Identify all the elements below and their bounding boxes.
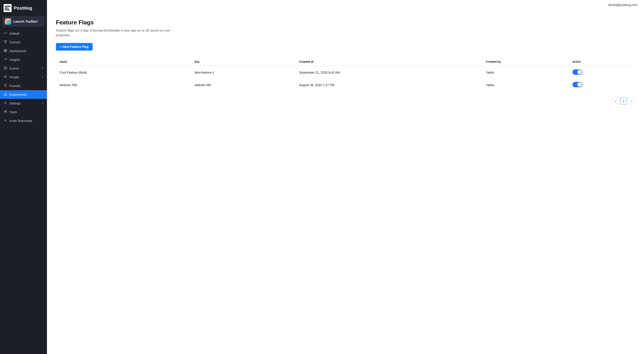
chevron-down-icon: ▾ <box>42 76 44 79</box>
toggle-knob <box>577 70 582 74</box>
sidebar-item-dashboards[interactable]: Dashboards <box>0 47 47 55</box>
svg-point-21 <box>6 111 7 111</box>
svg-point-19 <box>5 103 6 104</box>
sidebar-item-team[interactable]: Team <box>0 108 47 116</box>
pagination-next[interactable]: > <box>628 98 635 105</box>
sidebar-item-settings[interactable]: Settings ▾ <box>0 99 47 108</box>
cell-created-at: September 21, 2020 8:42 AM <box>296 66 482 79</box>
sidebar-item-funnels[interactable]: Funnels <box>0 38 47 47</box>
cell-key: beta-feature-1 <box>191 66 296 79</box>
sidebar-nav: Default Funnels Dashboards Insights <box>0 29 47 354</box>
cell-active <box>569 66 635 79</box>
sidebar-item-insights[interactable]: Insights <box>0 55 47 64</box>
col-key: key <box>191 57 296 66</box>
launch-toolbar-button[interactable]: Launch Toolbar! <box>2 16 45 27</box>
new-feature-flag-button[interactable]: + New Feature Flag <box>56 43 92 51</box>
users-icon <box>4 110 7 114</box>
gear-icon <box>4 101 7 105</box>
sidebar-item-experiments[interactable]: Experiments <box>0 90 47 99</box>
sidebar-item-team-label: Team <box>10 110 17 114</box>
col-created-at: Created at <box>296 57 482 66</box>
funnel-icon <box>4 84 7 88</box>
sidebar-item-funnels2[interactable]: Funnels <box>0 82 47 90</box>
trending-up-icon <box>4 58 7 62</box>
svg-rect-10 <box>4 51 5 52</box>
launch-toolbar-icon <box>5 18 11 25</box>
cell-created-by: Yakko <box>482 79 569 91</box>
chart-line-icon <box>4 32 7 35</box>
sidebar-item-people-label: People <box>10 75 19 79</box>
feature-flags-table: name key Created at Created by active Co… <box>56 57 635 91</box>
svg-marker-7 <box>4 41 7 43</box>
app-name: PostHog <box>14 6 32 11</box>
svg-rect-11 <box>6 51 7 52</box>
svg-rect-8 <box>4 49 5 50</box>
svg-rect-12 <box>4 67 7 69</box>
active-toggle-1[interactable] <box>572 82 582 87</box>
filter-icon <box>4 40 7 44</box>
page-content: Feature Flags Feature flags are a way of… <box>47 10 644 354</box>
chevron-down-icon: ▾ <box>42 67 44 70</box>
beaker-icon <box>4 93 7 97</box>
svg-point-5 <box>8 20 10 21</box>
cell-name: Website Title <box>56 79 191 91</box>
user-email: demo@posthog.com <box>608 3 637 7</box>
pagination: < 1 > <box>56 98 635 105</box>
sidebar-item-funnels2-label: Funnels <box>10 84 20 88</box>
main-content: demo@posthog.com Feature Flags Feature f… <box>47 0 644 354</box>
sidebar-item-default-label: Default <box>10 32 19 35</box>
svg-point-20 <box>4 111 6 112</box>
sidebar-item-experiments-label: Experiments <box>10 93 27 97</box>
cell-name: Cool Feature (Beta) <box>56 66 191 79</box>
sidebar-item-invite-label: Invite Teammate <box>10 119 32 123</box>
sidebar-item-settings-label: Settings <box>10 102 21 105</box>
cell-key: website-title <box>191 79 296 91</box>
svg-rect-1 <box>4 6 11 7</box>
sidebar: PostHog Launch Toolbar! Default Funnels <box>0 0 47 354</box>
svg-rect-3 <box>4 10 10 10</box>
svg-point-6 <box>8 22 10 23</box>
cell-created-by: Yakko <box>482 66 569 79</box>
svg-point-4 <box>6 21 8 22</box>
sidebar-item-people[interactable]: People ▾ <box>0 73 47 82</box>
sidebar-item-invite[interactable]: Invite Teammate <box>0 116 47 125</box>
user-icon <box>4 75 7 79</box>
page-description: Feature flags are a way of turning funct… <box>56 28 172 38</box>
chevron-down-icon: ▾ <box>42 102 44 105</box>
col-active: active <box>569 57 635 66</box>
app-logo[interactable]: PostHog <box>0 0 47 16</box>
sidebar-item-dashboards-label: Dashboards <box>10 49 26 53</box>
topbar: demo@posthog.com <box>47 0 644 10</box>
grid-icon <box>4 49 7 53</box>
cell-active <box>569 79 635 91</box>
toggle-knob <box>577 82 582 87</box>
sidebar-item-default[interactable]: Default <box>0 29 47 38</box>
pagination-page-1[interactable]: 1 <box>620 98 627 105</box>
plus-icon <box>4 119 7 123</box>
sidebar-item-funnels-label: Funnels <box>10 41 20 44</box>
svg-rect-2 <box>4 8 9 9</box>
posthog-logo-icon <box>4 4 12 12</box>
svg-rect-9 <box>6 49 7 50</box>
pagination-prev[interactable]: < <box>612 98 619 105</box>
col-created-by: Created by <box>482 57 569 66</box>
calendar-icon <box>4 67 7 70</box>
svg-marker-17 <box>4 84 6 87</box>
page-title: Feature Flags <box>56 19 635 26</box>
table-row[interactable]: Cool Feature (Beta) beta-feature-1 Septe… <box>56 66 635 79</box>
sidebar-item-insights-label: Insights <box>10 58 20 62</box>
cell-created-at: August 26, 2020 1:27 PM <box>296 79 482 91</box>
table-row[interactable]: Website Title website-title August 26, 2… <box>56 79 635 91</box>
sidebar-item-events-label: Events <box>10 67 19 70</box>
sidebar-item-events[interactable]: Events ▾ <box>0 64 47 73</box>
active-toggle-0[interactable] <box>572 69 582 75</box>
col-name: name <box>56 57 191 66</box>
launch-toolbar-label: Launch Toolbar! <box>14 20 38 23</box>
